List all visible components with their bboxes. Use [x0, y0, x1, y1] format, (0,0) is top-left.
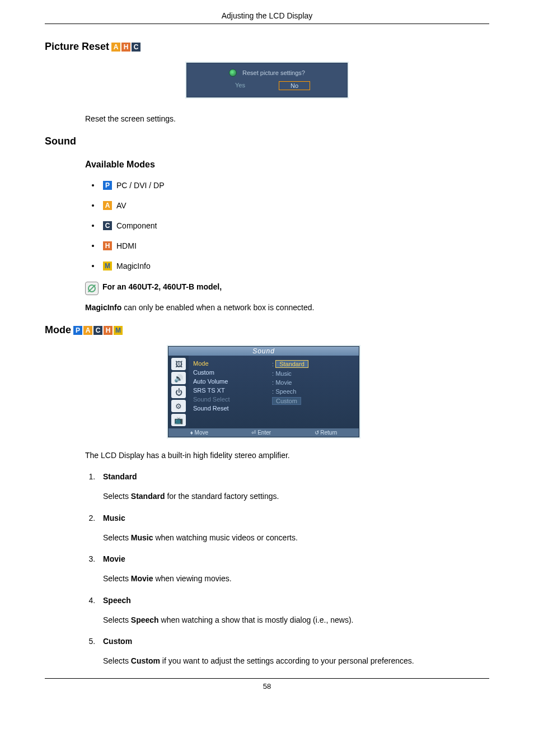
osd-footer-move: ♦ Move — [190, 430, 208, 436]
mode-item-speech: Speech Selects Speech when watching a sh… — [97, 596, 489, 626]
mode-a-icon: A — [103, 201, 112, 210]
available-modes-list: P PC / DVI / DP A AV C Component H HDMI … — [85, 181, 489, 270]
osd-menu-srs[interactable]: SRS TS XT — [193, 386, 263, 395]
osd-menu-sound-reset[interactable]: Sound Reset — [193, 404, 263, 413]
mode-pc-label: PC / DVI / DP — [116, 181, 165, 190]
section-picture-reset-heading: Picture Reset A H C — [45, 41, 489, 53]
osd-tab-info-icon[interactable]: 📺 — [171, 414, 186, 426]
page-header: Adjusting the LCD Display — [45, 11, 489, 24]
note-body-bold: MagicInfo — [85, 303, 121, 312]
osd-val-standard[interactable]: Standard — [275, 360, 308, 368]
mode-item-desc: Selects Custom if you want to adjust the… — [103, 656, 489, 667]
mode-item-title: Movie — [103, 554, 125, 563]
mode-m-icon: M — [103, 262, 112, 270]
note-icon — [85, 282, 99, 295]
mode-component-label: Component — [116, 221, 157, 230]
mode-c-icon: C — [132, 43, 140, 52]
mode-hdmi-label: HDMI — [116, 241, 137, 250]
reset-picture-dialog: Reset picture settings? Yes No — [186, 63, 348, 97]
osd-val-speech[interactable]: Speech — [275, 388, 296, 395]
mode-item-custom: Custom Selects Custom if you want to adj… — [97, 637, 489, 667]
mode-c-icon: C — [93, 326, 102, 335]
osd-tab-sound-icon[interactable]: 🔊 — [171, 372, 186, 384]
picture-reset-description: Reset the screen settings. — [85, 114, 489, 123]
osd-menu-custom[interactable]: Custom — [193, 368, 263, 377]
mode-a-icon: A — [111, 43, 120, 52]
note-body: MagicInfo can only be enabled when a net… — [85, 303, 489, 312]
osd-val-custom[interactable]: Custom — [272, 397, 301, 405]
osd-footer-enter: ⏎ Enter — [251, 430, 271, 436]
mode-pc-item: P PC / DVI / DP — [92, 181, 489, 190]
dialog-yes-button[interactable]: Yes — [224, 81, 256, 90]
section-sound-heading: Sound — [45, 136, 489, 147]
mode-p-icon: P — [73, 326, 82, 335]
mode-item-title: Custom — [103, 637, 132, 646]
mode-item-standard: Standard Selects Standard for the standa… — [97, 472, 489, 502]
osd-tab-picture-icon[interactable]: 🖼 — [171, 358, 186, 370]
mode-item-title: Music — [103, 514, 125, 522]
osd-menu-sound-select: Sound Select — [193, 395, 263, 404]
available-modes-heading: Available Modes — [85, 160, 489, 170]
mode-h-icon: H — [104, 326, 113, 335]
bullet-icon — [92, 265, 94, 267]
mode-item-desc: Selects Standard for the standard factor… — [103, 491, 489, 502]
osd-menu-column: Mode Custom Auto Volume SRS TS XT Sound … — [189, 356, 268, 428]
section-mode-heading: Mode P A C H M — [45, 324, 489, 336]
note-body-rest: can only be enabled when a network box i… — [121, 303, 314, 312]
mode-intro: The LCD Display has a built-in high fide… — [85, 451, 489, 460]
picture-reset-title: Picture Reset — [45, 41, 109, 53]
bullet-icon — [92, 204, 94, 207]
mode-item-music: Music Selects Music when watching music … — [97, 514, 489, 544]
mode-component-item: C Component — [92, 221, 489, 230]
osd-val-movie[interactable]: Movie — [275, 379, 292, 386]
osd-tab-multi-icon[interactable]: ⚙ — [171, 400, 186, 412]
bullet-icon — [92, 245, 94, 247]
osd-menu-auto-volume[interactable]: Auto Volume — [193, 377, 263, 386]
osd-footer-return: ↺ Return — [315, 430, 338, 436]
mode-item-desc: Selects Movie when viewing movies. — [103, 573, 489, 585]
mode-item-title: Standard — [103, 472, 137, 481]
mode-title: Mode — [45, 324, 71, 336]
mode-av-label: AV — [116, 201, 127, 210]
bullet-icon — [92, 225, 94, 227]
mode-magicinfo-label: MagicInfo — [116, 262, 151, 270]
mode-a-icon: A — [83, 326, 92, 335]
mode-c-icon: C — [103, 221, 112, 230]
mode-item-desc: Selects Music when watching music videos… — [103, 533, 489, 544]
dialog-question: Reset picture settings? — [242, 69, 305, 76]
note-model-text: For an 460UT-2, 460UT-B model, — [102, 282, 222, 291]
mode-h-icon: H — [121, 43, 130, 52]
mode-p-icon: P — [103, 181, 112, 190]
mode-hdmi-item: H HDMI — [92, 241, 489, 250]
osd-val-music[interactable]: Music — [275, 370, 292, 377]
mode-item-title: Speech — [103, 596, 131, 605]
osd-footer: ♦ Move ⏎ Enter ↺ Return — [168, 428, 359, 437]
mode-magicinfo-item: M MagicInfo — [92, 262, 489, 270]
mode-h-icon: H — [103, 241, 112, 250]
osd-tab-setup-icon[interactable]: ⏻ — [171, 386, 186, 398]
osd-sidebar: 🖼 🔊 ⏻ ⚙ 📺 — [168, 356, 189, 428]
bullet-icon — [92, 184, 94, 186]
dialog-no-button[interactable]: No — [279, 81, 310, 90]
osd-title: Sound — [168, 347, 359, 356]
mode-item-movie: Movie Selects Movie when viewing movies. — [97, 554, 489, 585]
mode-options-list: Standard Selects Standard for the standa… — [85, 472, 489, 667]
info-icon — [229, 69, 237, 77]
osd-value-column: : Standard : Music : Movie : Speech Cust… — [268, 356, 359, 428]
note-model-line: For an 460UT-2, 460UT-B model, — [85, 282, 489, 295]
mode-m-icon: M — [114, 326, 123, 335]
osd-menu-mode[interactable]: Mode — [193, 359, 263, 368]
sound-osd-menu: Sound 🖼 🔊 ⏻ ⚙ 📺 Mode Custom Auto Volume … — [168, 346, 359, 437]
page-number: 58 — [45, 678, 489, 690]
mode-item-desc: Selects Speech when watching a show that… — [103, 615, 489, 626]
mode-av-item: A AV — [92, 201, 489, 210]
